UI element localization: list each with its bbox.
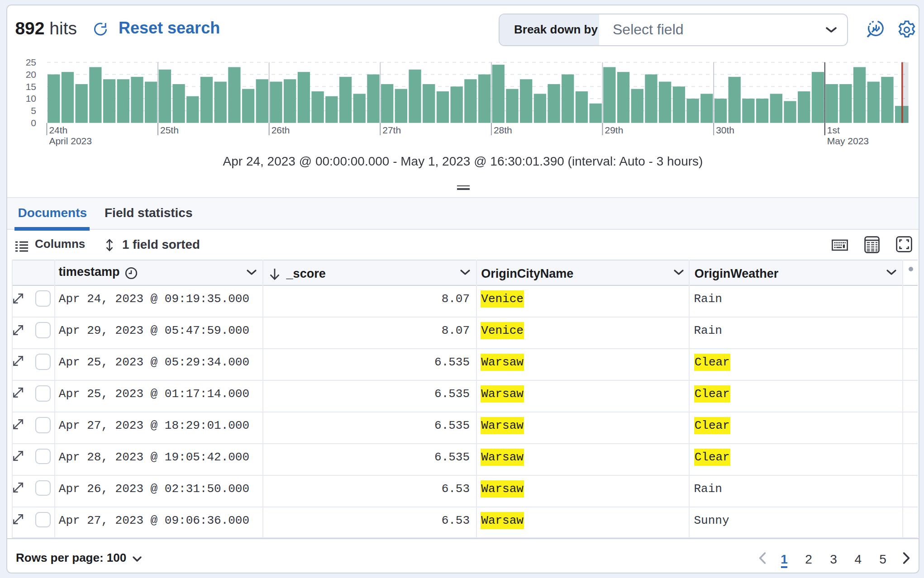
svg-text:25th: 25th xyxy=(160,124,178,135)
svg-text:27th: 27th xyxy=(382,124,400,135)
svg-text:25: 25 xyxy=(25,57,36,67)
svg-text:10: 10 xyxy=(25,93,36,103)
svg-text:24th: 24th xyxy=(48,124,67,135)
svg-text:May 2023: May 2023 xyxy=(827,135,868,146)
svg-text:20: 20 xyxy=(25,69,36,79)
svg-text:29th: 29th xyxy=(605,124,623,135)
svg-text:0: 0 xyxy=(30,117,36,128)
svg-text:15: 15 xyxy=(25,81,36,91)
svg-text:26th: 26th xyxy=(271,124,290,135)
svg-text:30th: 30th xyxy=(715,124,734,135)
svg-text:28th: 28th xyxy=(493,124,512,135)
svg-text:April 2023: April 2023 xyxy=(48,135,91,146)
svg-text:1st: 1st xyxy=(827,124,839,135)
svg-text:5: 5 xyxy=(30,105,36,115)
